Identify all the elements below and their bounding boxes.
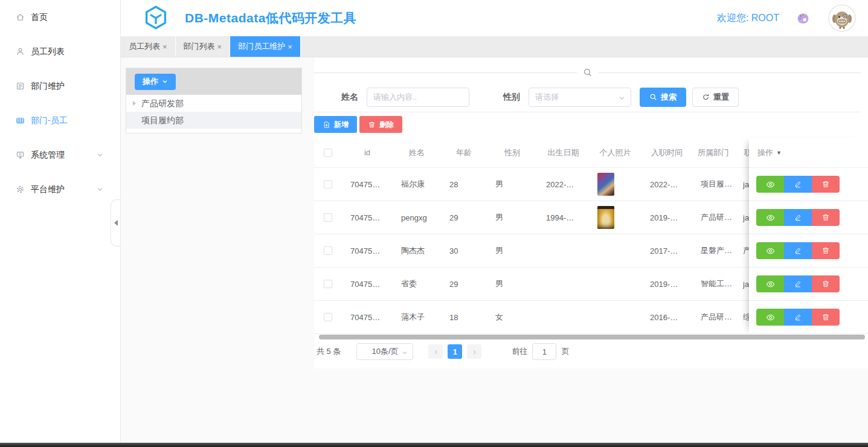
column-header-birthdate: 出生日期 bbox=[538, 138, 589, 167]
user-icon bbox=[16, 47, 25, 56]
chevron-down-icon bbox=[402, 350, 408, 356]
eye-icon bbox=[766, 180, 775, 189]
operation-row bbox=[749, 268, 868, 301]
cell-hiredate: 2022-… bbox=[641, 168, 692, 201]
current-page-button[interactable]: 1 bbox=[448, 344, 462, 359]
tab-label: 部门员工维护 bbox=[238, 41, 285, 52]
view-button[interactable] bbox=[756, 209, 784, 226]
row-checkbox[interactable] bbox=[324, 313, 332, 321]
delete-button[interactable]: 删除 bbox=[359, 116, 402, 133]
row-checkbox[interactable] bbox=[324, 246, 332, 255]
edit-button[interactable] bbox=[784, 242, 812, 259]
row-checkbox[interactable] bbox=[324, 180, 332, 188]
view-button[interactable] bbox=[756, 275, 784, 292]
search-collapse-toggle[interactable] bbox=[314, 68, 861, 77]
sidebar-item-label: 部门-员工 bbox=[31, 115, 109, 126]
next-page-button[interactable]: › bbox=[467, 344, 481, 359]
cell-id: 70475… bbox=[342, 168, 393, 201]
user-avatar[interactable] bbox=[828, 4, 856, 32]
column-header-department: 所属部门 bbox=[692, 138, 735, 167]
horizontal-scrollbar[interactable] bbox=[319, 335, 865, 339]
tree-node-product-rd[interactable]: 产品研发部 bbox=[126, 95, 301, 112]
edit-button[interactable] bbox=[784, 209, 812, 226]
row-delete-button[interactable] bbox=[812, 242, 840, 259]
prev-page-button[interactable]: ‹ bbox=[428, 344, 443, 359]
sidebar-item-system[interactable]: 系统管理 bbox=[0, 138, 120, 172]
gender-select-placeholder: 请选择 bbox=[535, 92, 559, 103]
search-button[interactable]: 搜索 bbox=[640, 88, 686, 107]
chevron-down-icon bbox=[97, 152, 103, 158]
pencil-icon bbox=[794, 246, 802, 255]
cell-hiredate: 2016-… bbox=[641, 301, 692, 333]
name-input[interactable] bbox=[367, 88, 469, 107]
tab-label: 员工列表 bbox=[129, 41, 160, 52]
search-button-label: 搜索 bbox=[661, 92, 677, 103]
operation-fixed-column: 操作 ▼ bbox=[749, 138, 868, 334]
row-delete-button[interactable] bbox=[812, 209, 840, 226]
select-all-checkbox[interactable] bbox=[324, 149, 332, 157]
pagination-bar: 共 5 条 10条/页 ‹ 1 › 前往 页 bbox=[317, 343, 569, 360]
employee-crud-panel: 姓名 性别 请选择 搜索 重置 bbox=[314, 57, 868, 368]
sidebar-item-dept-employee[interactable]: 部门-员工 bbox=[0, 103, 120, 138]
employee-photo[interactable] bbox=[597, 173, 614, 196]
view-button[interactable] bbox=[756, 309, 784, 326]
caret-right-icon[interactable] bbox=[133, 101, 136, 106]
collapse-left-icon bbox=[114, 220, 118, 226]
operation-row bbox=[749, 201, 868, 234]
tab-dept-employee-maintain[interactable]: 部门员工维护× bbox=[230, 36, 301, 57]
tab-close-icon[interactable]: × bbox=[217, 42, 222, 51]
cell-gender: 男 bbox=[487, 168, 538, 201]
reset-button[interactable]: 重置 bbox=[692, 88, 739, 107]
tab-department-list[interactable]: 部门列表× bbox=[176, 36, 231, 57]
cell-id: 70475… bbox=[342, 201, 393, 234]
theme-palette-icon[interactable] bbox=[796, 11, 810, 25]
view-button[interactable] bbox=[756, 176, 784, 193]
cell-age: 28 bbox=[441, 168, 487, 201]
add-button[interactable]: 新增 bbox=[314, 116, 357, 133]
chevron-down-icon bbox=[162, 79, 168, 85]
operation-column-header[interactable]: 操作 ▼ bbox=[749, 138, 868, 168]
sidebar-item-home[interactable]: 首页 bbox=[0, 0, 120, 34]
pencil-icon bbox=[794, 180, 802, 188]
top-header: DB-Metadata低代码开发工具 欢迎您: ROOT bbox=[121, 0, 868, 36]
tree-node-project-fulfillment[interactable]: 项目履约部 bbox=[126, 112, 301, 129]
goto-page-input[interactable] bbox=[532, 343, 556, 360]
cell-id: 70475… bbox=[342, 234, 393, 267]
row-checkbox[interactable] bbox=[324, 213, 332, 222]
edit-button[interactable] bbox=[784, 309, 812, 326]
row-delete-button[interactable] bbox=[812, 176, 840, 193]
column-filter-icon[interactable]: ▼ bbox=[776, 150, 782, 156]
cell-hiredate: 2019-… bbox=[641, 201, 692, 234]
row-checkbox[interactable] bbox=[324, 280, 332, 288]
cell-id: 70475… bbox=[342, 268, 393, 300]
tree-action-dropdown-button[interactable]: 操作 bbox=[135, 74, 176, 90]
row-delete-button[interactable] bbox=[812, 275, 840, 292]
sidebar-collapse-handle[interactable] bbox=[111, 199, 120, 246]
gear-icon bbox=[16, 185, 25, 194]
tree-node-label: 项目履约部 bbox=[141, 115, 184, 125]
chevron-down-icon bbox=[97, 186, 103, 193]
cell-name: 陶杰杰 bbox=[393, 234, 441, 267]
cell-gender: 女 bbox=[487, 301, 538, 333]
tab-close-icon[interactable]: × bbox=[288, 42, 292, 51]
employee-photo[interactable] bbox=[597, 206, 614, 229]
add-button-label: 新增 bbox=[334, 120, 349, 130]
goto-label: 前往 bbox=[512, 346, 527, 357]
row-delete-button[interactable] bbox=[812, 309, 840, 326]
page-size-select[interactable]: 10条/页 bbox=[356, 343, 413, 360]
sidebar-item-department[interactable]: 部门维护 bbox=[0, 69, 120, 103]
cell-gender: 男 bbox=[487, 268, 538, 300]
content-area: 操作 产品研发部 项目履约部 bbox=[121, 57, 868, 443]
chevron-down-icon bbox=[619, 95, 625, 101]
page-size-value: 10条/页 bbox=[371, 346, 398, 357]
sidebar-item-employee-list[interactable]: 员工列表 bbox=[0, 34, 120, 69]
edit-button[interactable] bbox=[784, 176, 812, 193]
view-button[interactable] bbox=[756, 242, 784, 259]
tab-employee-list[interactable]: 员工列表× bbox=[121, 36, 176, 57]
tab-close-icon[interactable]: × bbox=[162, 42, 167, 51]
search-toggle-icon[interactable] bbox=[583, 68, 593, 77]
sidebar-item-platform[interactable]: 平台维护 bbox=[0, 172, 120, 207]
gender-select[interactable]: 请选择 bbox=[529, 88, 631, 107]
table-toolbar: 新增 删除 bbox=[314, 116, 402, 133]
edit-button[interactable] bbox=[784, 275, 812, 292]
